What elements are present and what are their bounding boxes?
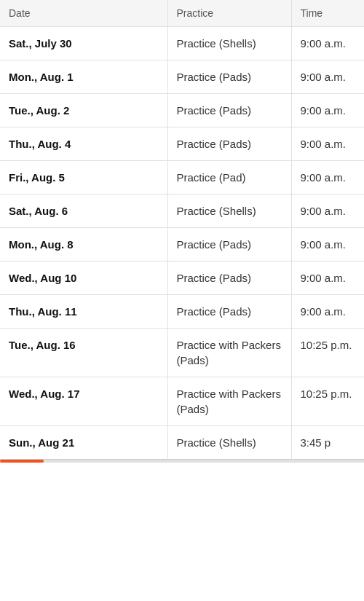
cell-practice: Practice with Packers (Pads) — [167, 377, 291, 426]
cell-time: 9:00 a.m. — [291, 60, 364, 94]
schedule-table-container: Date Practice Time Sat., July 30Practice… — [0, 0, 364, 463]
table-row: Thu., Aug. 4Practice (Pads)9:00 a.m. — [0, 127, 364, 161]
cell-practice: Practice (Shells) — [167, 426, 291, 460]
table-row: Mon., Aug. 1Practice (Pads)9:00 a.m. — [0, 60, 364, 94]
cell-time: 9:00 a.m. — [291, 161, 364, 195]
col-header-time: Time — [291, 0, 364, 27]
cell-practice: Practice (Pads) — [167, 60, 291, 94]
cell-date: Tue., Aug. 2 — [0, 94, 167, 127]
cell-date: Tue., Aug. 16 — [0, 329, 167, 377]
cell-date: Thu., Aug. 11 — [0, 295, 167, 329]
cell-date: Wed., Aug 10 — [0, 262, 167, 295]
cell-time: 10:25 p.m. — [291, 377, 364, 426]
table-row: Sat., Aug. 6Practice (Shells)9:00 a.m. — [0, 195, 364, 228]
cell-time: 9:00 a.m. — [291, 195, 364, 228]
cell-practice: Practice (Pads) — [167, 228, 291, 262]
cell-practice: Practice (Pads) — [167, 94, 291, 127]
schedule-table: Date Practice Time Sat., July 30Practice… — [0, 0, 364, 460]
col-header-practice: Practice — [167, 0, 291, 27]
table-row: Wed., Aug 10Practice (Pads)9:00 a.m. — [0, 262, 364, 295]
table-row: Thu., Aug. 11Practice (Pads)9:00 a.m. — [0, 295, 364, 329]
cell-date: Sat., July 30 — [0, 27, 167, 60]
cell-time: 9:00 a.m. — [291, 295, 364, 329]
cell-time: 9:00 a.m. — [291, 228, 364, 262]
table-row: Mon., Aug. 8Practice (Pads)9:00 a.m. — [0, 228, 364, 262]
cell-date: Sun., Aug 21 — [0, 426, 167, 460]
cell-time: 9:00 a.m. — [291, 262, 364, 295]
cell-date: Fri., Aug. 5 — [0, 161, 167, 195]
scrollbar-indicator[interactable] — [0, 460, 364, 463]
table-row: Sun., Aug 21Practice (Shells)3:45 p — [0, 426, 364, 460]
cell-date: Thu., Aug. 4 — [0, 127, 167, 161]
table-row: Sat., July 30Practice (Shells)9:00 a.m. — [0, 27, 364, 60]
cell-practice: Practice with Packers (Pads) — [167, 329, 291, 377]
cell-practice: Practice (Pads) — [167, 262, 291, 295]
cell-time: 9:00 a.m. — [291, 94, 364, 127]
scrollbar-thumb[interactable] — [0, 460, 44, 463]
cell-practice: Practice (Pad) — [167, 161, 291, 195]
cell-date: Sat., Aug. 6 — [0, 195, 167, 228]
table-row: Wed., Aug. 17Practice with Packers (Pads… — [0, 377, 364, 426]
cell-practice: Practice (Shells) — [167, 27, 291, 60]
cell-time: 9:00 a.m. — [291, 27, 364, 60]
cell-date: Mon., Aug. 8 — [0, 228, 167, 262]
cell-date: Wed., Aug. 17 — [0, 377, 167, 426]
cell-practice: Practice (Pads) — [167, 295, 291, 329]
cell-time: 10:25 p.m. — [291, 329, 364, 377]
table-row: Tue., Aug. 16Practice with Packers (Pads… — [0, 329, 364, 377]
cell-practice: Practice (Shells) — [167, 195, 291, 228]
table-header-row: Date Practice Time — [0, 0, 364, 27]
cell-practice: Practice (Pads) — [167, 127, 291, 161]
table-row: Fri., Aug. 5Practice (Pad)9:00 a.m. — [0, 161, 364, 195]
table-row: Tue., Aug. 2Practice (Pads)9:00 a.m. — [0, 94, 364, 127]
cell-date: Mon., Aug. 1 — [0, 60, 167, 94]
col-header-date: Date — [0, 0, 167, 27]
cell-time: 3:45 p — [291, 426, 364, 460]
cell-time: 9:00 a.m. — [291, 127, 364, 161]
